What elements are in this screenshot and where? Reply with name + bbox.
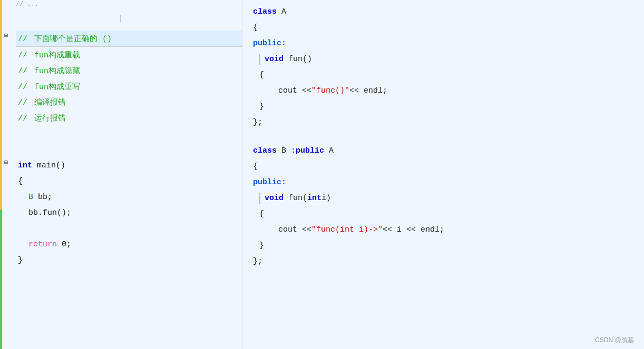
comment-line-2: // fun构成隐藏 bbox=[16, 63, 242, 78]
class-b-method-body: cout << "func(int i)->" << i << endl; bbox=[251, 222, 636, 238]
main-open-brace: { bbox=[16, 173, 242, 189]
main-return-line: return 0; bbox=[16, 236, 242, 252]
class-b-method-sig: void fun(int i) bbox=[251, 191, 636, 206]
class-b-open-brace: { bbox=[251, 159, 636, 175]
class-b-close-brace: }; bbox=[251, 254, 636, 270]
watermark: CSDN @筑基. bbox=[595, 336, 636, 345]
main-close-brace: } bbox=[16, 252, 242, 268]
comment-block: ⊟ // 下面哪个是正确的 () // fun构成重载 bbox=[0, 31, 242, 126]
comment-line-5: // 运行报错 bbox=[16, 110, 242, 126]
vertical-line-2 bbox=[259, 193, 260, 204]
left-panel: // ... | ⊟ // 下面哪个是正确的 () bbox=[0, 0, 242, 349]
main-bb-fun: bb.fun(); bbox=[16, 205, 242, 221]
main-bb-decl: B bb; bbox=[16, 189, 242, 205]
collapse-icon[interactable]: ⊟ bbox=[4, 32, 8, 39]
right-code-area: class class AA { public: void fun() { co… bbox=[251, 4, 636, 270]
comment-line-0: // 下面哪个是正确的 () bbox=[16, 31, 242, 46]
comment-line-4: // 编译报错 bbox=[16, 94, 242, 110]
comment-text-0: // 下面哪个是正确的 () bbox=[18, 34, 112, 44]
class-a-header: class class AA bbox=[251, 4, 636, 20]
top-cutoff: // ... bbox=[0, 0, 242, 8]
class-a-method-sig: void fun() bbox=[251, 52, 636, 67]
main-collapse-icon[interactable]: ⊟ bbox=[4, 158, 8, 166]
class-b-public: public: bbox=[251, 175, 636, 191]
comment-section: ⊟ // 下面哪个是正确的 () // fun构成重载 bbox=[0, 31, 242, 126]
class-a-close-brace: }; bbox=[251, 115, 636, 131]
comment-line-3: // fun构成重写 bbox=[16, 78, 242, 94]
class-a-method-body: cout << "func()" << endl; bbox=[251, 83, 636, 99]
main-container: // ... | ⊟ // 下面哪个是正确的 () bbox=[0, 0, 644, 349]
vertical-line-1 bbox=[259, 54, 260, 65]
cursor-indicator: | bbox=[119, 14, 123, 23]
class-a-method-close: } bbox=[251, 99, 636, 115]
class-a-method-open: { bbox=[251, 67, 636, 83]
class-a-public: public: bbox=[251, 36, 636, 52]
main-signature-line: int main() bbox=[16, 157, 242, 173]
comment-line-1: // fun构成重载 bbox=[16, 47, 242, 63]
main-name: main() bbox=[32, 161, 65, 170]
class-b-header: class B : public A bbox=[251, 143, 636, 159]
empty-line-between-classes bbox=[251, 131, 636, 143]
main-section: ⊟ int main() { B bb; bb.fun(); bbox=[0, 157, 242, 268]
class-a-open-brace: { bbox=[251, 20, 636, 36]
main-empty-line bbox=[16, 221, 242, 236]
class-b-method-open: { bbox=[251, 206, 636, 222]
right-panel: class class AA { public: void fun() { co… bbox=[242, 0, 644, 349]
class-b-method-close: } bbox=[251, 238, 636, 254]
keyword-int: int bbox=[18, 161, 32, 170]
cursor-line: | bbox=[0, 8, 242, 26]
